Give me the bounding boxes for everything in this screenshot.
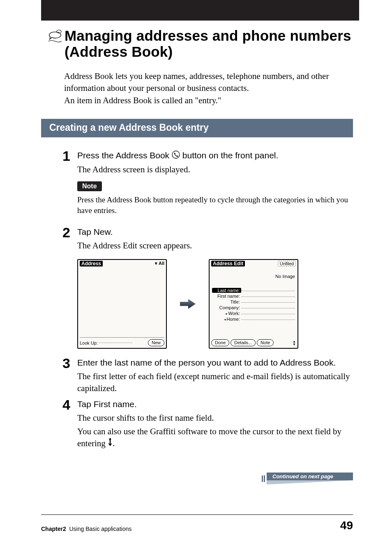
header-bar xyxy=(41,0,359,21)
step-4-number: 4 xyxy=(62,398,77,451)
section-heading: Creating a new Address Book entry xyxy=(41,119,353,137)
step-4-title: Tap First name. xyxy=(77,398,353,410)
details-button[interactable]: Details... xyxy=(231,339,256,346)
lookup-label: Look Up: xyxy=(80,341,98,345)
step-1-title: Press the Address Book button on the fro… xyxy=(77,150,353,162)
step-1-number: 1 xyxy=(62,150,77,223)
work-field[interactable] xyxy=(241,313,295,314)
company-field[interactable] xyxy=(241,307,295,308)
arrow-right-icon xyxy=(179,298,196,310)
company-label[interactable]: Company: xyxy=(212,305,241,310)
last-name-field[interactable] xyxy=(241,290,295,291)
step-4-body-1: The cursor shifts to the first name fiel… xyxy=(77,412,353,424)
continued-on-next-page: Continued on next page xyxy=(262,473,353,484)
svg-point-1 xyxy=(109,438,111,440)
scroll-arrows[interactable]: ▲▼ xyxy=(293,340,296,346)
home-label[interactable]: ▾Home: xyxy=(212,317,241,322)
last-name-label[interactable]: Last name: xyxy=(212,288,241,293)
graffiti-stroke-icon xyxy=(108,438,113,450)
address-list-screen: Address ▾ All Look Up: New xyxy=(77,259,167,349)
address-book-section-icon xyxy=(47,30,63,44)
note-text: Press the Address Book button repeatedly… xyxy=(77,195,353,215)
lookup-input[interactable] xyxy=(99,343,132,343)
step-3-body: The first letter of each field (except n… xyxy=(77,371,353,395)
done-button[interactable]: Done xyxy=(211,339,229,346)
step-3-title: Enter the last name of the person you wa… xyxy=(77,357,353,368)
step-2-body: The Address Edit screen appears. xyxy=(77,240,353,252)
first-name-field[interactable] xyxy=(241,296,295,297)
svg-point-0 xyxy=(172,151,180,158)
footer-chapter: Chapter2 Using Basic applications xyxy=(41,526,131,532)
note-button[interactable]: Note xyxy=(257,339,274,346)
note-label: Note xyxy=(77,181,102,191)
intro-paragraph-2: An item in Address Book is called an "en… xyxy=(64,95,353,107)
page-number: 49 xyxy=(340,519,353,532)
title-field[interactable] xyxy=(241,301,295,303)
intro-paragraph-1: Address Book lets you keep names, addres… xyxy=(64,70,353,95)
step-2-title: Tap New. xyxy=(77,226,353,238)
home-field[interactable] xyxy=(241,319,295,320)
page-title: Managing addresses and phone numbers (Ad… xyxy=(65,28,353,60)
first-name-label[interactable]: First name: xyxy=(212,294,241,299)
title-field-label[interactable]: Title: xyxy=(212,299,241,304)
work-label[interactable]: ▾Work: xyxy=(212,311,241,316)
screen-right-title: Address Edit xyxy=(211,261,245,266)
new-button[interactable]: New xyxy=(148,339,164,346)
no-image-label: No Image xyxy=(210,267,297,279)
address-edit-screen: Address Edit Unfiled No Image Last name:… xyxy=(209,259,298,349)
step-1-body: The Address screen is displayed. xyxy=(77,164,353,176)
screen-left-title: Address xyxy=(80,261,103,266)
step-4-body-2: You can also use the Graffiti software t… xyxy=(77,426,353,451)
screen-left-category[interactable]: ▾ All xyxy=(155,261,164,266)
screen-right-category[interactable]: Unfiled xyxy=(278,261,296,266)
step-2-number: 2 xyxy=(62,226,77,354)
phone-handset-icon xyxy=(172,150,180,162)
step-3-number: 3 xyxy=(62,357,77,394)
